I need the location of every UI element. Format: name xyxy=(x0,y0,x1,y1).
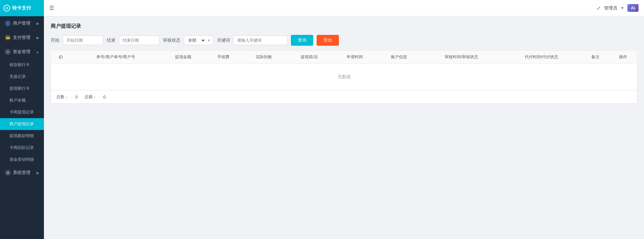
menu-toggle-icon[interactable]: ☰ xyxy=(49,5,54,11)
col-apply-time: 申请时间 xyxy=(332,51,377,64)
status-label: 审核状态 xyxy=(163,37,180,43)
status-select[interactable]: 全部 待审核 已通过 已拒绝 xyxy=(187,38,206,43)
start-label: 开始 xyxy=(51,37,59,43)
system-mgmt-label: 系统管理 xyxy=(13,170,30,176)
fund-mgmt-icon: ⊙ xyxy=(5,49,11,55)
user-mgmt-label: 用户管理 xyxy=(13,20,30,26)
export-button[interactable]: 导出 xyxy=(317,35,339,46)
sidebar-item-withdraw-bank[interactable]: 提现银行卡 xyxy=(0,83,44,94)
page-title: 商户提现记录 xyxy=(51,23,637,29)
fund-mgmt-label: 资金管理 xyxy=(13,49,30,55)
keyword-label: 关键词 xyxy=(217,37,230,43)
logo-icon: ⟳ xyxy=(3,5,10,12)
sidebar-section-system: ⚙ 系统管理 ▶ xyxy=(0,166,44,180)
sidebar-item-fund-mgmt[interactable]: ⊙ 资金管理 ▲ xyxy=(0,45,44,59)
admin-label: 管理员 xyxy=(604,5,617,11)
total-amount-value: 0 xyxy=(103,95,106,100)
status-select-wrapper: 全部 待审核 已通过 已拒绝 ▼ xyxy=(184,36,214,45)
no-data-cell: 无数据 xyxy=(51,64,637,90)
sidebar-item-merchant-withdraw-record[interactable]: 商户提现记录 xyxy=(0,118,44,130)
col-actual: 实际到账 xyxy=(242,51,286,64)
col-audit: 审核时间/审核状态 xyxy=(421,51,501,64)
admin-chevron-icon[interactable]: ▼ xyxy=(621,6,624,10)
col-operation: 操作 xyxy=(609,51,637,64)
sidebar-item-fund-change[interactable]: 资金变动明细 xyxy=(0,154,44,166)
fund-sub-items: 收款银行卡 充值记录 提现银行卡 账户余额 卡商提现记录 商户提现记录 提现拨款… xyxy=(0,59,44,166)
sidebar-item-system-mgmt[interactable]: ⚙ 系统管理 ▶ xyxy=(0,166,44,180)
sidebar-section-user: 👤 用户管理 ▶ xyxy=(0,16,44,30)
status-select-chevron: ▼ xyxy=(207,39,210,42)
total-amount-label: 总额： xyxy=(84,94,97,100)
topbar-left: ☰ xyxy=(49,5,54,11)
sidebar-section-fund: ⊙ 资金管理 ▲ 收款银行卡 充值记录 提现银行卡 账户余额 卡商提现记录 商户… xyxy=(0,45,44,166)
payment-mgmt-chevron: ▶ xyxy=(36,36,39,40)
end-date-input[interactable] xyxy=(119,36,159,45)
table-footer: 总数： 0 总额： 0 xyxy=(51,90,637,103)
system-mgmt-chevron: ▶ xyxy=(36,171,39,175)
fund-mgmt-chevron: ▲ xyxy=(36,50,39,54)
sidebar-item-withdraw-detail[interactable]: 提现拨款明细 xyxy=(0,130,44,142)
col-pay-time: 代付时间/代付状态 xyxy=(501,51,581,64)
filter-bar: 开始 结束 审核状态 全部 待审核 已通过 已拒绝 ▼ 关键词 查询 导出 xyxy=(51,35,637,46)
table-header-row: ID 单号/商户单号/商户号 提现金额 手续费 实际到账 提现前/后 申请时间 … xyxy=(51,51,637,64)
topbar-right: ⤢ 管理员 ▼ Ai xyxy=(597,4,639,12)
total-count-label: 总数： xyxy=(56,94,69,100)
col-remark: 备注 xyxy=(581,51,609,64)
page-content: 商户提现记录 开始 结束 审核状态 全部 待审核 已通过 已拒绝 ▼ 关键词 查… xyxy=(44,16,644,239)
search-button[interactable]: 查询 xyxy=(291,35,313,46)
data-table: ID 单号/商户单号/商户号 提现金额 手续费 实际到账 提现前/后 申请时间 … xyxy=(51,51,637,90)
col-amount: 提现金额 xyxy=(161,51,205,64)
col-order-no: 单号/商户单号/商户号 xyxy=(70,51,161,64)
payment-mgmt-label: 支付管理 xyxy=(13,35,30,41)
no-data-row: 无数据 xyxy=(51,64,637,90)
sidebar-logo[interactable]: ⟳ 转卡支付 xyxy=(0,0,44,16)
sidebar-item-payment-mgmt[interactable]: 💳 支付管理 ▶ xyxy=(0,30,44,45)
keyword-input[interactable] xyxy=(233,36,288,45)
start-date-input[interactable] xyxy=(63,36,103,45)
sidebar: ⟳ 转卡支付 👤 用户管理 ▶ 💳 支付管理 ▶ ⊙ 资金管理 xyxy=(0,0,44,239)
user-mgmt-icon: 👤 xyxy=(5,20,11,26)
end-label: 结束 xyxy=(107,37,116,43)
sidebar-item-account-balance[interactable]: 账户余额 xyxy=(0,94,44,106)
sidebar-item-card-refund[interactable]: 卡商回款记录 xyxy=(0,142,44,154)
sidebar-item-recharge[interactable]: 充值记录 xyxy=(0,71,44,83)
col-fee: 手续费 xyxy=(205,51,242,64)
ai-button[interactable]: Ai xyxy=(627,4,639,12)
user-mgmt-chevron: ▶ xyxy=(36,22,39,25)
sidebar-item-bank-card[interactable]: 收款银行卡 xyxy=(0,59,44,71)
topbar: ☰ ⤢ 管理员 ▼ Ai xyxy=(44,0,644,16)
total-count-value: 0 xyxy=(75,95,78,100)
sidebar-item-user-mgmt[interactable]: 👤 用户管理 ▶ xyxy=(0,16,44,30)
sidebar-section-payment: 💳 支付管理 ▶ xyxy=(0,30,44,45)
col-id: ID xyxy=(51,51,70,64)
expand-icon[interactable]: ⤢ xyxy=(597,5,601,11)
data-table-wrapper: ID 单号/商户单号/商户号 提现金额 手续费 实际到账 提现前/后 申请时间 … xyxy=(51,50,637,104)
payment-mgmt-icon: 💳 xyxy=(5,35,11,41)
col-before-after: 提现前/后 xyxy=(286,51,332,64)
system-mgmt-icon: ⚙ xyxy=(5,170,11,176)
col-account-info: 账户信息 xyxy=(377,51,421,64)
logo-label: 转卡支付 xyxy=(12,5,31,11)
main-content: ☰ ⤢ 管理员 ▼ Ai 商户提现记录 开始 结束 审核状态 全部 待审核 已通… xyxy=(44,0,644,239)
sidebar-item-merchant-withdraw[interactable]: 卡商提现记录 xyxy=(0,106,44,118)
